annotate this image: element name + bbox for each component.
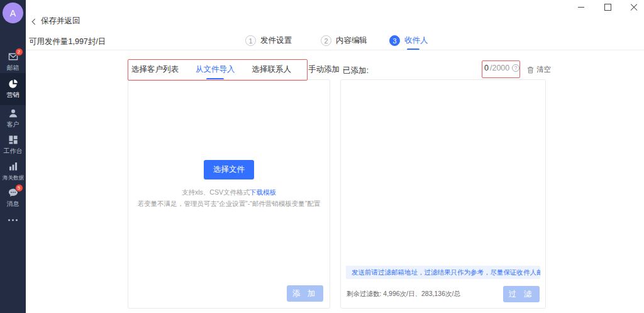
sidebar-item-label: 海关数据: [2, 174, 23, 181]
minimize-icon[interactable]: [577, 3, 585, 11]
quota-text: 可用发件量1,997封/日: [29, 37, 106, 47]
choose-file-button[interactable]: 选择文件: [204, 160, 254, 179]
clear-label: 清空: [536, 65, 551, 74]
support-text: 支持xls、CSV文件格式: [182, 188, 250, 196]
bar-chart-icon: [8, 161, 18, 171]
sidebar-item-workbench[interactable]: 工作台: [0, 135, 26, 156]
step-label: 发件设置: [260, 35, 292, 46]
close-icon[interactable]: [630, 3, 638, 11]
step-recipients[interactable]: 3 收件人: [389, 35, 428, 46]
step-number: 3: [389, 35, 400, 46]
sidebar-item-label: 工作台: [4, 147, 23, 156]
back-label: 保存并返回: [41, 16, 80, 26]
download-template-link[interactable]: 下载模板: [250, 188, 276, 196]
window-controls: [577, 3, 638, 11]
person-icon: [8, 108, 18, 118]
filter-button[interactable]: 过 滤: [503, 286, 540, 302]
count-total: /2000: [490, 64, 509, 72]
added-recipients-panel: 发送前请过滤邮箱地址，过滤结果只作为参考，尽量保证收件人邮箱可用 剩余过滤数: …: [340, 79, 546, 309]
sidebar-item-label: 客户: [7, 120, 19, 129]
avatar[interactable]: A: [3, 3, 23, 23]
step-label: 内容编辑: [336, 35, 367, 46]
sidebar-item-more[interactable]: [0, 219, 26, 221]
filter-remaining-text: 剩余过滤数: 4,996次/日、283,136次/总: [347, 290, 460, 299]
import-file-panel: 选择文件 支持xls、CSV文件格式下载模板 若变量不满足，管理员可去“企业设置…: [128, 79, 330, 309]
mail-icon: 2: [8, 52, 18, 62]
sidebar-item-customs-data[interactable]: 海关数据: [0, 161, 26, 182]
sidebar-item-label: 邮箱: [7, 64, 19, 72]
tab-select-contacts[interactable]: 选择联系人: [252, 64, 292, 75]
tab-import-from-file[interactable]: 从文件导入: [196, 64, 235, 75]
sidebar-item-label: 消息: [7, 200, 19, 208]
added-label: 已添加:: [343, 65, 369, 76]
variable-hint: 若变量不满足，管理员可去“企业设置”-“邮件营销模板变量”配置: [138, 200, 320, 208]
sidebar-item-mailbox[interactable]: 2 邮箱: [0, 52, 26, 72]
mailbox-badge: 2: [15, 48, 23, 56]
file-format-hint: 支持xls、CSV文件格式下载模板: [182, 188, 276, 197]
sidebar-item-customers[interactable]: 客户: [0, 108, 26, 129]
step-number: 2: [321, 35, 331, 46]
save-and-return-button[interactable]: 保存并返回: [33, 16, 80, 26]
maximize-icon[interactable]: [604, 3, 611, 11]
more-icon: [8, 219, 18, 221]
add-button[interactable]: 添 加: [287, 285, 323, 302]
filter-notice: 发送前请过滤邮箱地址，过滤结果只作为参考，尽量保证收件人邮箱可用: [346, 266, 540, 279]
trash-icon: [527, 66, 534, 74]
step-number: 1: [245, 35, 256, 46]
recipient-source-tabs: 选择客户列表 从文件导入 选择联系人 手动添加: [131, 64, 340, 75]
added-count: 0 /2000 ?: [484, 64, 519, 72]
sidebar-item-label: 营销: [7, 91, 19, 100]
sidebar-item-messages[interactable]: 5 消息: [0, 188, 26, 208]
filter-row: 剩余过滤数: 4,996次/日、283,136次/总 过 滤: [347, 286, 540, 302]
upload-area: 选择文件 支持xls、CSV文件格式下载模板 若变量不满足，管理员可去“企业设置…: [128, 160, 330, 208]
tab-manual-add[interactable]: 手动添加: [308, 64, 340, 75]
sidebar-item-marketing[interactable]: 营销: [0, 73, 26, 105]
messages-badge: 5: [15, 184, 23, 192]
step-content-edit[interactable]: 2 内容编辑: [321, 35, 367, 46]
chevron-left-icon: [32, 18, 38, 25]
grid-icon: [8, 135, 18, 145]
chat-icon: 5: [8, 188, 18, 198]
sidebar: A 2 邮箱 营销 客户 工作台: [0, 0, 26, 313]
step-label: 收件人: [404, 35, 428, 46]
tab-select-customer-list[interactable]: 选择客户列表: [131, 64, 179, 75]
header-divider: [26, 50, 644, 50]
count-current: 0: [484, 64, 489, 72]
pie-chart-icon: [8, 79, 18, 89]
clear-button[interactable]: 清空: [527, 65, 551, 74]
app-window: A 2 邮箱 营销 客户 工作台: [0, 0, 644, 313]
step-send-settings[interactable]: 1 发件设置: [245, 35, 292, 46]
help-icon[interactable]: ?: [512, 64, 519, 72]
